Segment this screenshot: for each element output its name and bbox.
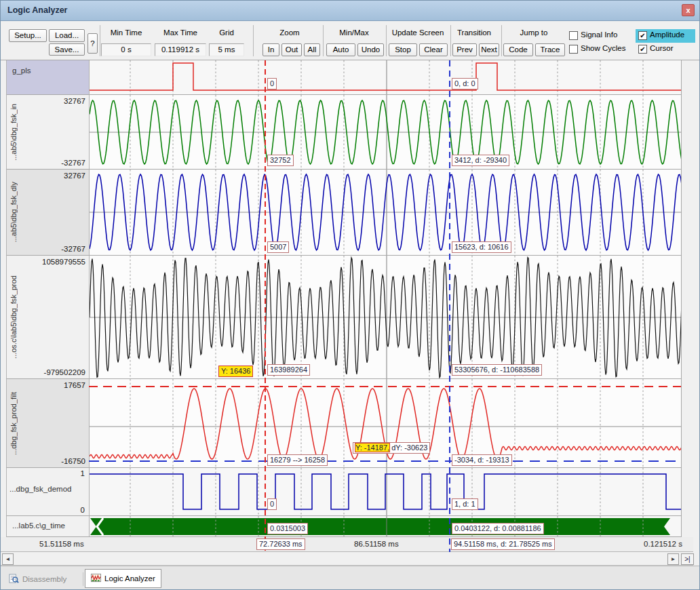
checkbox-label: Show Cycles bbox=[581, 44, 625, 52]
cursor-annotation: 0 bbox=[267, 78, 277, 90]
zoom-all-button[interactable]: All bbox=[304, 43, 320, 56]
signal-label-cell[interactable]: 1...dbg_fsk_demod0 bbox=[6, 468, 89, 516]
checkbox-label: Cursor bbox=[650, 44, 674, 52]
signal-label-cell[interactable]: g_pls bbox=[6, 60, 89, 95]
title-bar[interactable]: Logic Analyzer x bbox=[1, 1, 699, 21]
jump-trace-button[interactable]: Trace bbox=[535, 43, 565, 56]
minmax-undo-button[interactable]: Undo bbox=[357, 43, 384, 56]
checkbox-cursor[interactable]: ✔ bbox=[638, 45, 647, 54]
checkbox-label: Amplitude bbox=[650, 31, 684, 39]
cursor-annotation: Y: -14187, dY: -30623 bbox=[353, 442, 430, 454]
jump-code-button[interactable]: Code bbox=[503, 43, 533, 56]
signal-plot-row[interactable] bbox=[89, 516, 681, 537]
toolbar: Setup... Load... Save... ? Min Time 0 s … bbox=[1, 21, 699, 60]
signal-name: ...dbg_fsk_demod bbox=[9, 485, 71, 493]
horizontal-scrollbar[interactable] bbox=[1, 553, 693, 566]
zoom-group-label: Zoom bbox=[257, 28, 322, 37]
signal-name-text: ...os.c\lab5\dbg_fsk_prod bbox=[9, 275, 18, 359]
update-clear-button[interactable]: Clear bbox=[419, 43, 448, 56]
time-axis-label: 51.51158 ms bbox=[39, 540, 84, 548]
blue-horizontal-cursor[interactable] bbox=[89, 460, 681, 462]
tab-label: Disassembly bbox=[22, 575, 66, 583]
signal-label-cell[interactable]: ...lab5.c\g_time bbox=[6, 516, 89, 537]
cursor-annotation: -3034, d: -19313 bbox=[452, 454, 512, 466]
checkbox-show-cycles[interactable] bbox=[569, 45, 578, 54]
save-button[interactable]: Save... bbox=[49, 43, 85, 56]
signal-name: g_pls bbox=[12, 66, 31, 75]
toolbar-separator bbox=[501, 25, 502, 56]
cursor-annotation: 15623, d: 10616 bbox=[452, 241, 511, 253]
logic-analyzer-icon bbox=[91, 573, 101, 585]
time-cursor-label: 94.51158 ms, d: 21.78525 ms bbox=[451, 538, 555, 550]
transition-group-label: Transition bbox=[451, 28, 497, 37]
signal-name: ...dbg_fsk_prod_filt bbox=[7, 379, 20, 467]
time-cursor-label: 72.72633 ms bbox=[256, 538, 305, 550]
cursor-annotation: 163989264 bbox=[267, 364, 310, 376]
max-time-label: Max Time bbox=[155, 28, 206, 37]
signal-max-value: 32767 bbox=[64, 172, 85, 180]
signal-plot-row[interactable] bbox=[89, 468, 681, 516]
close-button[interactable]: x bbox=[682, 4, 695, 16]
update-screen-label: Update Screen bbox=[387, 28, 448, 37]
toolbar-separator bbox=[100, 25, 100, 56]
signal-plot-row[interactable] bbox=[89, 256, 681, 379]
transition-prev-button[interactable]: Prev bbox=[452, 43, 477, 56]
checkbox-amplitude[interactable]: ✔ bbox=[638, 31, 647, 40]
signal-name: ...lab5.c\g_time bbox=[12, 522, 65, 530]
signal-min-value: -32767 bbox=[61, 159, 85, 167]
tab-divider bbox=[83, 572, 83, 586]
signal-plot-row[interactable] bbox=[89, 60, 681, 95]
red-cursor[interactable] bbox=[265, 60, 266, 552]
transition-next-button[interactable]: Next bbox=[479, 43, 499, 56]
waveform-2 bbox=[90, 170, 681, 256]
signal-name: ...ab5\dbg_fsk_in bbox=[7, 95, 20, 169]
signal-label-cell[interactable]: ...os.c\lab5\dbg_fsk_prod1058979555-9795… bbox=[6, 256, 89, 379]
scrollbar-left-button[interactable]: ◄ bbox=[2, 553, 14, 565]
update-stop-button[interactable]: Stop bbox=[389, 43, 417, 56]
jump-to-group-label: Jump to bbox=[503, 28, 565, 37]
cursor-annotation: 5007 bbox=[267, 241, 289, 253]
zoom-in-button[interactable]: In bbox=[262, 43, 279, 56]
setup-button[interactable]: Setup... bbox=[9, 29, 47, 42]
grid-label: Grid bbox=[209, 28, 244, 37]
signal-plot-row[interactable] bbox=[89, 170, 681, 256]
signal-max-value: 32767 bbox=[64, 97, 85, 105]
tab-label: Logic Analyzer bbox=[104, 574, 155, 583]
signal-name: ...ab5\dbg_fsk_dly bbox=[7, 170, 20, 255]
signal-name-text: ...ab5\dbg_fsk_dly bbox=[9, 182, 18, 242]
tab-disassembly[interactable]: Disassembly bbox=[3, 571, 72, 587]
bottom-tab-bar: Disassembly Logic Analyzer bbox=[1, 566, 699, 589]
minmax-auto-button[interactable]: Auto bbox=[326, 43, 355, 56]
signal-min-value: 0 bbox=[81, 506, 85, 514]
zoom-out-button[interactable]: Out bbox=[281, 43, 302, 56]
help-button[interactable]: ? bbox=[88, 33, 98, 54]
blue-cursor[interactable] bbox=[449, 60, 450, 552]
scrollbar-right-button[interactable]: ► bbox=[667, 553, 679, 565]
annotation-part: Y: -14187, bbox=[355, 444, 389, 452]
signal-max-value: 1058979555 bbox=[42, 258, 85, 266]
cursor-annotation: 3412, d: -29340 bbox=[452, 155, 509, 166]
red-horizontal-cursor[interactable] bbox=[89, 386, 681, 387]
waveform-3 bbox=[90, 256, 681, 379]
min-time-value: 0 s bbox=[101, 43, 151, 56]
cursor-annotation: 32752 bbox=[267, 155, 294, 166]
plot-right-border bbox=[681, 60, 682, 537]
checkbox-signal-info[interactable] bbox=[569, 31, 578, 40]
annotation-part: dY: -30623 bbox=[389, 444, 427, 452]
signal-name: ...os.c\lab5\dbg_fsk_prod bbox=[7, 256, 20, 378]
scrollbar-end-button[interactable]: >| bbox=[681, 553, 694, 565]
tab-logic-analyzer[interactable]: Logic Analyzer bbox=[85, 569, 161, 588]
waveform-4 bbox=[90, 379, 681, 468]
cursor-annotation: Y: 16436 bbox=[218, 366, 253, 377]
signal-label-cell[interactable]: ...dbg_fsk_prod_filt17657-16750 bbox=[6, 379, 89, 468]
signal-label-cell[interactable]: ...ab5\dbg_fsk_in32767-32767 bbox=[6, 95, 89, 170]
load-button[interactable]: Load... bbox=[49, 29, 85, 42]
toolbar-separator bbox=[323, 25, 324, 56]
grid-value: 5 ms bbox=[209, 43, 244, 56]
signal-plot-row[interactable] bbox=[89, 379, 681, 468]
signal-label-cell[interactable]: ...ab5\dbg_fsk_dly32767-32767 bbox=[6, 170, 89, 256]
signal-plot-row[interactable] bbox=[89, 95, 681, 170]
minmax-group-label: Min/Max bbox=[324, 28, 384, 37]
cursor-annotation: 0, d: 0 bbox=[452, 78, 478, 90]
waveform-6 bbox=[90, 516, 681, 537]
